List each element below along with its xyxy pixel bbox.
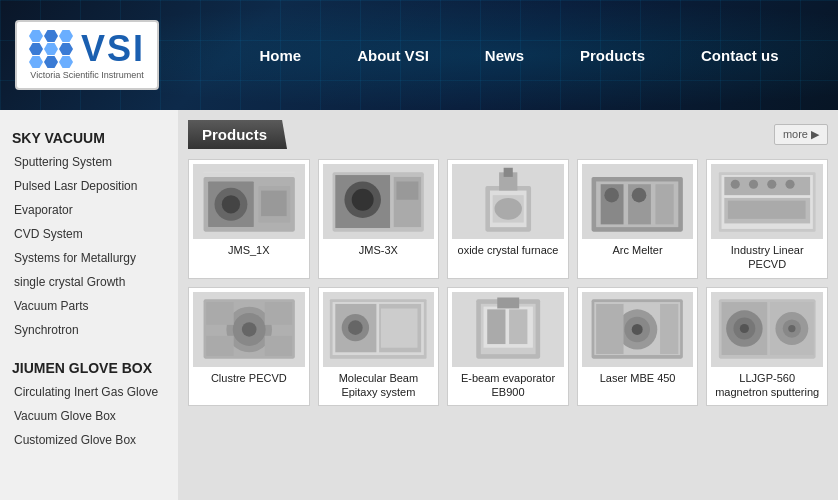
header: VSI Victoria Scientific Instrument Home …: [0, 0, 838, 110]
svg-rect-41: [206, 336, 233, 356]
svg-point-4: [221, 195, 239, 213]
product-laser-mbe[interactable]: Laser MBE 450: [577, 287, 699, 407]
svg-point-34: [785, 179, 794, 188]
svg-rect-23: [656, 184, 674, 224]
main-content: SKY VACUUM Sputtering System Pulsed Lasr…: [0, 110, 838, 500]
svg-rect-30: [728, 200, 806, 218]
svg-point-25: [632, 187, 647, 202]
product-clustre-pecvd-label: Clustre PECVD: [209, 367, 289, 387]
main-nav: Home About VSI News Products Contact us: [200, 39, 838, 72]
svg-point-38: [241, 322, 256, 337]
nav-news[interactable]: News: [457, 39, 552, 72]
svg-rect-53: [487, 309, 505, 344]
product-lljgp-image: [711, 292, 823, 367]
product-laser-mbe-label: Laser MBE 450: [598, 367, 678, 387]
product-ebeam-label: E-beam evaporator EB900: [452, 367, 564, 402]
svg-point-60: [632, 324, 643, 335]
logo-brand: VSI: [81, 31, 145, 67]
svg-rect-49: [381, 309, 418, 348]
sidebar-item-customized-glove[interactable]: Customized Glove Box: [0, 428, 178, 452]
sidebar-item-vacuum-parts[interactable]: Vacuum Parts: [0, 294, 178, 318]
product-oxide-crystal-label: oxide crystal furnace: [456, 239, 561, 259]
products-grid: JMS_1X JMS-3X: [188, 159, 828, 406]
logo-subtitle: Victoria Scientific Instrument: [30, 70, 143, 80]
sidebar-item-metallurgy[interactable]: Systems for Metallurgy: [0, 246, 178, 270]
sidebar-item-vacuum-glove[interactable]: Vacuum Glove Box: [0, 404, 178, 428]
svg-rect-40: [264, 302, 291, 325]
product-clustre-pecvd-image: [193, 292, 305, 367]
svg-rect-12: [397, 181, 419, 199]
products-panel: Products more ▶ JMS_1X: [178, 110, 838, 500]
svg-rect-55: [497, 298, 519, 309]
svg-rect-16: [503, 167, 512, 176]
product-lljgp[interactable]: LLJGP-560 magnetron sputtering: [706, 287, 828, 407]
svg-point-71: [788, 325, 795, 332]
products-title: Products: [188, 120, 287, 149]
product-arc-melter-image: [582, 164, 694, 239]
product-jms1x-image: [193, 164, 305, 239]
sidebar-item-synchrotron[interactable]: Synchrotron: [0, 318, 178, 342]
product-ebeam-image: [452, 292, 564, 367]
sidebar-item-circulating[interactable]: Circulating Inert Gas Glove: [0, 380, 178, 404]
svg-point-24: [605, 187, 620, 202]
sidebar: SKY VACUUM Sputtering System Pulsed Lasr…: [0, 110, 178, 500]
logo-area: VSI Victoria Scientific Instrument: [0, 10, 200, 100]
svg-rect-5: [261, 190, 287, 216]
product-arc-melter[interactable]: Arc Melter: [577, 159, 699, 279]
product-mbe-image: [323, 292, 435, 367]
product-ebeam[interactable]: E-beam evaporator EB900: [447, 287, 569, 407]
svg-rect-39: [206, 302, 233, 325]
nav-about[interactable]: About VSI: [329, 39, 457, 72]
sidebar-item-evaporator[interactable]: Evaporator: [0, 198, 178, 222]
svg-point-10: [352, 188, 374, 210]
products-header: Products more ▶: [188, 120, 828, 149]
svg-rect-42: [264, 336, 291, 356]
product-jms1x[interactable]: JMS_1X: [188, 159, 310, 279]
sidebar-item-pld[interactable]: Pulsed Lasr Deposition: [0, 174, 178, 198]
svg-point-33: [767, 179, 776, 188]
product-oxide-crystal-image: [452, 164, 564, 239]
svg-rect-62: [660, 304, 678, 354]
sidebar-section-glove-box: JIUMEN GLOVE BOX: [0, 352, 178, 380]
product-oxide-crystal[interactable]: oxide crystal furnace: [447, 159, 569, 279]
nav-products[interactable]: Products: [552, 39, 673, 72]
sidebar-section-sky-vacuum: SKY VACUUM: [0, 122, 178, 150]
svg-rect-61: [597, 304, 624, 354]
sidebar-item-single-crystal[interactable]: single crystal Growth: [0, 270, 178, 294]
sidebar-item-cvd[interactable]: CVD System: [0, 222, 178, 246]
svg-point-18: [494, 197, 521, 219]
svg-point-68: [740, 324, 749, 333]
product-industry-linear-pecvd[interactable]: Industry Linear PECVD: [706, 159, 828, 279]
product-industry-linear-pecvd-label: Industry Linear PECVD: [711, 239, 823, 274]
svg-point-32: [749, 179, 758, 188]
svg-point-31: [731, 179, 740, 188]
svg-rect-54: [509, 309, 527, 344]
svg-point-48: [348, 320, 363, 335]
product-jms3x-image: [323, 164, 435, 239]
product-mbe[interactable]: Molecular Beam Epitaxy system: [318, 287, 440, 407]
product-jms3x-label: JMS-3X: [357, 239, 400, 259]
sidebar-item-sputtering[interactable]: Sputtering System: [0, 150, 178, 174]
nav-home[interactable]: Home: [231, 39, 329, 72]
product-arc-melter-label: Arc Melter: [611, 239, 665, 259]
product-industry-linear-pecvd-image: [711, 164, 823, 239]
product-mbe-label: Molecular Beam Epitaxy system: [323, 367, 435, 402]
logo-hex-icon: [29, 30, 73, 68]
nav-contact[interactable]: Contact us: [673, 39, 807, 72]
logo-box: VSI Victoria Scientific Instrument: [15, 20, 159, 90]
product-clustre-pecvd[interactable]: Clustre PECVD: [188, 287, 310, 407]
more-button[interactable]: more ▶: [774, 124, 828, 145]
product-jms3x[interactable]: JMS-3X: [318, 159, 440, 279]
product-lljgp-label: LLJGP-560 magnetron sputtering: [711, 367, 823, 402]
product-laser-mbe-image: [582, 292, 694, 367]
product-jms1x-label: JMS_1X: [226, 239, 272, 259]
